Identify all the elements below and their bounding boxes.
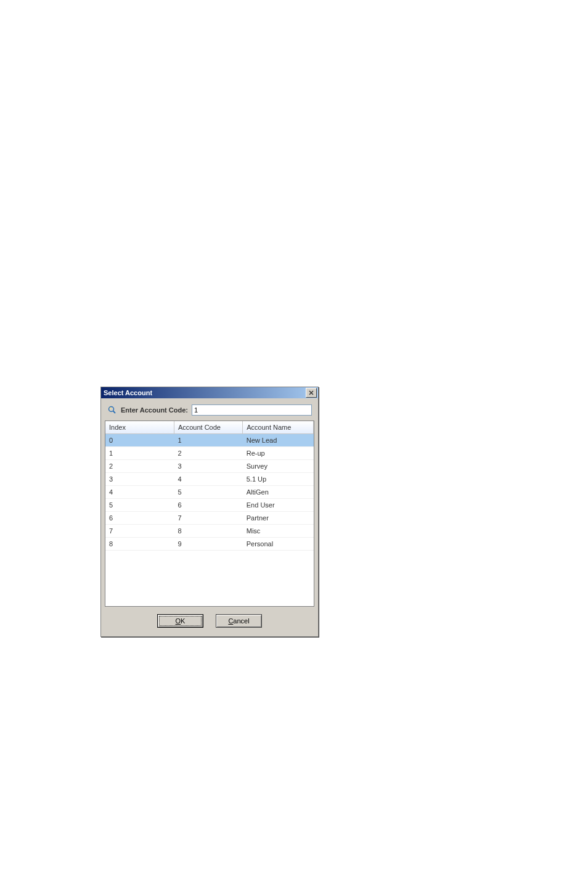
- cell-code: 5: [174, 486, 242, 499]
- svg-point-2: [109, 407, 114, 412]
- header-account-code[interactable]: Account Code: [174, 421, 242, 434]
- dialog-body: Enter Account Code: Index Account Code A…: [101, 398, 318, 636]
- ok-button[interactable]: OK: [157, 614, 203, 628]
- table-row[interactable]: 01New Lead: [105, 434, 314, 447]
- table-header-row: Index Account Code Account Name: [105, 421, 314, 434]
- header-account-name[interactable]: Account Name: [243, 421, 314, 434]
- cell-index: 8: [105, 538, 174, 551]
- cell-code: 2: [174, 447, 242, 460]
- account-table: Index Account Code Account Name 01New Le…: [105, 421, 314, 607]
- cell-index: 1: [105, 447, 174, 460]
- cell-name: End User: [243, 499, 314, 512]
- cell-code: 1: [174, 434, 242, 447]
- cell-code: 4: [174, 473, 242, 486]
- cell-name: AltiGen: [243, 486, 314, 499]
- button-row: OK Cancel: [105, 607, 314, 630]
- cell-index: 2: [105, 460, 174, 473]
- dialog-title: Select Account: [104, 387, 152, 398]
- cell-index: 0: [105, 434, 174, 447]
- header-index[interactable]: Index: [105, 421, 174, 434]
- cell-index: 4: [105, 486, 174, 499]
- cell-name: New Lead: [243, 434, 314, 447]
- cancel-button[interactable]: Cancel: [216, 614, 262, 628]
- close-icon: [309, 390, 314, 395]
- cell-code: 9: [174, 538, 242, 551]
- table-row[interactable]: 23Survey: [105, 460, 314, 473]
- search-icon: [107, 405, 117, 415]
- svg-line-3: [113, 411, 116, 414]
- cell-name: Personal: [243, 538, 314, 551]
- cell-index: 5: [105, 499, 174, 512]
- search-row: Enter Account Code:: [105, 402, 314, 421]
- close-button[interactable]: [306, 388, 317, 398]
- cell-name: 5.1 Up: [243, 473, 314, 486]
- svg-point-4: [110, 408, 111, 409]
- table-row[interactable]: 89Personal: [105, 538, 314, 551]
- cell-name: Survey: [243, 460, 314, 473]
- table-row[interactable]: 56End User: [105, 499, 314, 512]
- cell-name: Misc: [243, 525, 314, 538]
- cell-code: 7: [174, 512, 242, 525]
- cell-index: 6: [105, 512, 174, 525]
- cell-name: Partner: [243, 512, 314, 525]
- table-row[interactable]: 45AltiGen: [105, 486, 314, 499]
- titlebar: Select Account: [101, 387, 318, 398]
- search-label: Enter Account Code:: [121, 406, 188, 414]
- cell-code: 3: [174, 460, 242, 473]
- select-account-dialog: Select Account Enter Account Code:: [100, 387, 319, 637]
- cell-code: 8: [174, 525, 242, 538]
- account-code-input[interactable]: [192, 404, 312, 416]
- cell-index: 3: [105, 473, 174, 486]
- table-row[interactable]: 12Re-up: [105, 447, 314, 460]
- table-row[interactable]: 345.1 Up: [105, 473, 314, 486]
- cell-name: Re-up: [243, 447, 314, 460]
- cell-code: 6: [174, 499, 242, 512]
- table-row[interactable]: 78Misc: [105, 525, 314, 538]
- cell-index: 7: [105, 525, 174, 538]
- table-row[interactable]: 67Partner: [105, 512, 314, 525]
